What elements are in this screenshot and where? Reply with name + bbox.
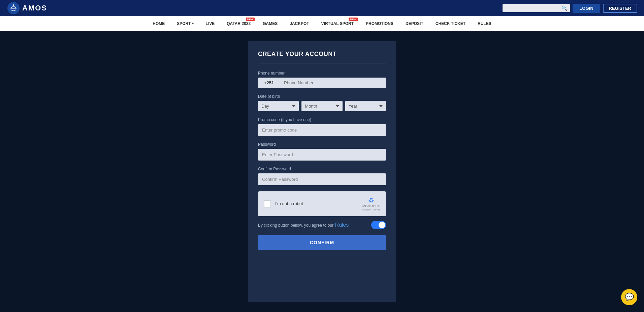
new-badge-virtual: NEW: [349, 18, 358, 21]
dob-row: Day Month Year: [258, 101, 386, 111]
confirm-button[interactable]: CONFIRM: [258, 235, 386, 250]
nav-label-rules: RULES: [478, 21, 491, 26]
search-input[interactable]: [505, 6, 561, 11]
recaptcha-brand-name: reCAPTCHA: [362, 204, 380, 208]
nav-label-virtual-sport: VIRTUAL SPORT: [321, 21, 354, 26]
nav-label-sport: SPORT: [177, 21, 191, 26]
password-input[interactable]: [258, 149, 386, 161]
nav-label-promotions: PROMOTIONS: [366, 21, 393, 26]
nav-label-deposit: DEPOSIT: [406, 21, 423, 26]
terms-text-block: By clicking button bellow, you agree to …: [258, 222, 349, 228]
nav-label-live: LIVE: [206, 21, 215, 26]
logo-icon: [7, 1, 20, 15]
login-button[interactable]: LOGIN: [573, 4, 600, 13]
register-button[interactable]: REGISTER: [603, 4, 637, 13]
chat-bubble[interactable]: 💬: [621, 289, 637, 305]
phone-number-label: Phone number: [258, 71, 386, 76]
chevron-down-icon: ▾: [192, 22, 194, 25]
search-icon: 🔍: [561, 5, 567, 11]
recaptcha-label: I'm not a robot: [275, 201, 303, 206]
recaptcha-logo-icon: ♻: [362, 196, 380, 204]
header: AMOS 🔍 LOGIN REGISTER: [0, 0, 644, 16]
recaptcha-box: I'm not a robot ♻ reCAPTCHA Privacy - Te…: [258, 191, 386, 216]
header-actions: 🔍 LOGIN REGISTER: [503, 4, 637, 13]
nav-item-games[interactable]: GAMES: [257, 16, 284, 31]
nav-item-check-ticket[interactable]: CHECK TICKET: [429, 16, 472, 31]
nav-item-jackpot[interactable]: JACKPOT: [284, 16, 315, 31]
nav-item-qatar[interactable]: NEW QATAR 2022: [221, 16, 257, 31]
form-divider: [258, 63, 386, 63]
main-nav: HOME SPORT ▾ LIVE NEW QATAR 2022 GAMES J…: [0, 16, 644, 31]
recaptcha-branding: ♻ reCAPTCHA Privacy - Terms: [362, 196, 380, 211]
password-group: Password: [258, 142, 386, 161]
nav-item-promotions[interactable]: PROMOTIONS: [360, 16, 399, 31]
nav-label-jackpot: JACKPOT: [290, 21, 309, 26]
terms-text: By clicking button bellow, you agree to …: [258, 223, 333, 228]
dob-group: Date of birth Day Month Year: [258, 94, 386, 111]
dob-label: Date of birth: [258, 94, 386, 99]
recaptcha-checkbox[interactable]: [264, 200, 271, 207]
confirm-password-input[interactable]: [258, 173, 386, 185]
phone-input[interactable]: [280, 78, 386, 88]
promo-code-group: Promo code (If you have one): [258, 117, 386, 136]
promo-code-input[interactable]: [258, 124, 386, 136]
nav-item-sport[interactable]: SPORT ▾: [171, 16, 199, 31]
confirm-password-label: Confirm Password: [258, 167, 386, 171]
search-box[interactable]: 🔍: [503, 4, 570, 12]
terms-toggle[interactable]: [371, 221, 386, 229]
nav-item-deposit[interactable]: DEPOSIT: [399, 16, 429, 31]
form-title: CREATE YOUR ACCOUNT: [258, 51, 386, 58]
nav-item-home[interactable]: HOME: [147, 16, 171, 31]
registration-form-card: CREATE YOUR ACCOUNT Phone number +251 Da…: [248, 41, 396, 302]
rules-link[interactable]: Rules: [335, 222, 349, 228]
password-label: Password: [258, 142, 386, 147]
main-content: CREATE YOUR ACCOUNT Phone number +251 Da…: [0, 31, 644, 312]
nav-item-live[interactable]: LIVE: [200, 16, 221, 31]
phone-number-group: Phone number +251: [258, 71, 386, 88]
promo-code-label: Promo code (If you have one): [258, 117, 386, 122]
nav-item-rules[interactable]: RULES: [472, 16, 497, 31]
phone-prefix: +251: [258, 78, 280, 88]
nav-label-home: HOME: [153, 21, 165, 26]
toggle-thumb: [379, 222, 385, 228]
svg-point-0: [7, 2, 20, 14]
nav-label-check-ticket: CHECK TICKET: [436, 21, 465, 26]
phone-row: +251: [258, 78, 386, 88]
logo-text: AMOS: [22, 4, 47, 12]
nav-label-qatar: QATAR 2022: [227, 21, 251, 26]
new-badge-qatar: NEW: [246, 18, 255, 21]
recaptcha-left: I'm not a robot: [264, 200, 303, 207]
logo[interactable]: AMOS: [7, 1, 47, 15]
nav-item-virtual-sport[interactable]: NEW VIRTUAL SPORT: [315, 16, 360, 31]
day-select[interactable]: Day: [258, 101, 299, 111]
terms-row: By clicking button bellow, you agree to …: [258, 221, 386, 229]
month-select[interactable]: Month: [301, 101, 342, 111]
year-select[interactable]: Year: [345, 101, 386, 111]
confirm-password-group: Confirm Password: [258, 167, 386, 185]
nav-label-games: GAMES: [263, 21, 278, 26]
recaptcha-links: Privacy - Terms: [362, 208, 380, 211]
